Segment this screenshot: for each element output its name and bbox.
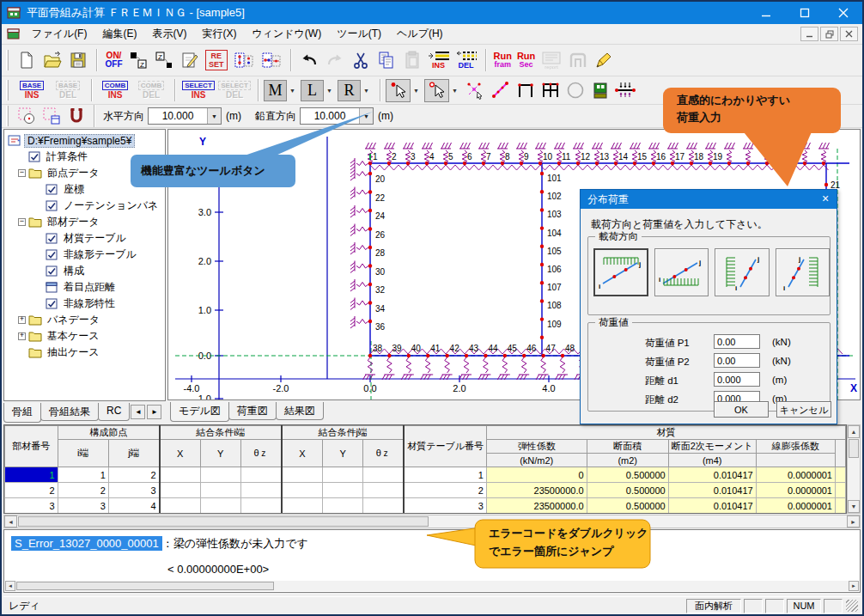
mdi-restore-button[interactable]	[820, 27, 838, 41]
tree-item-7[interactable]: 非線形テーブル	[4, 247, 165, 263]
vertical-scroll-thumb[interactable]	[849, 439, 859, 458]
load-p1-field-input[interactable]	[714, 334, 760, 349]
edit-data-button[interactable]	[177, 49, 203, 71]
spring-onoff-button[interactable]: ON/OFF	[102, 51, 125, 70]
menu-item-3[interactable]: 実行(X)	[194, 24, 244, 44]
canvas-tab-1[interactable]: 荷重図	[228, 402, 277, 420]
cell-member-no[interactable]: 2	[5, 483, 58, 498]
table-vertical-scrollbar[interactable]: ▲ ▼	[847, 424, 861, 514]
tree-item-9[interactable]: 着目点距離	[4, 279, 165, 296]
tree-item-8[interactable]: 構成	[4, 263, 165, 279]
portal-frame-tool-button[interactable]	[513, 79, 538, 102]
scroll-right-button[interactable]: ►	[847, 515, 860, 528]
cut-button[interactable]	[348, 49, 374, 71]
col-group-material[interactable]: 材質	[486, 426, 845, 440]
cell-member-no[interactable]: 4	[5, 514, 58, 515]
col-i-end[interactable]: i端	[58, 440, 108, 467]
copy-button[interactable]	[374, 49, 399, 71]
error-scroll-right-button[interactable]: ►	[849, 581, 859, 591]
scroll-up-button[interactable]: ▲	[848, 425, 860, 438]
base-insert-button[interactable]: BASEINS	[14, 77, 50, 103]
cell-member-no[interactable]: 1	[5, 467, 58, 483]
tree-expander-icon[interactable]: +	[18, 332, 26, 340]
col-x-j[interactable]: X	[282, 440, 322, 467]
scroll-down-button[interactable]: ▼	[848, 500, 860, 513]
insert-line-button[interactable]: INS	[425, 50, 453, 70]
col-group-join-j[interactable]: 結合条件j端	[282, 426, 404, 440]
mdi-minimize-button[interactable]	[800, 27, 818, 41]
comb-insert-button[interactable]: COMBINS	[97, 77, 133, 103]
grid-frame-tool-button[interactable]	[538, 79, 563, 102]
tree-item-6[interactable]: 材質テーブル	[4, 230, 165, 247]
dialog-close-button[interactable]: ×	[818, 192, 833, 206]
col-group-nodes[interactable]: 構成節点	[58, 426, 160, 440]
minimize-button[interactable]	[746, 2, 785, 24]
col-group-join-i[interactable]: 結合条件i端	[160, 426, 282, 440]
run-frame-button[interactable]: Runfram	[491, 51, 514, 70]
canvas-tab-2[interactable]: 結果図	[276, 402, 324, 420]
table-row[interactable]: 2 23 2 23500000.00.500000 0.0104170.0000…	[5, 483, 846, 498]
col-theta-i[interactable]: θｚ	[240, 440, 282, 467]
sidebar-tab-2[interactable]: RC	[98, 403, 130, 421]
node-number-button[interactable]: Z	[125, 49, 151, 71]
select-member-tool-button-dropdown[interactable]: ▼	[449, 80, 460, 101]
col-theta-j[interactable]: θｚ	[363, 440, 405, 467]
moment-load-button-dropdown[interactable]: ▼	[287, 80, 298, 101]
load-p2-field-input[interactable]	[714, 353, 760, 368]
tree-item-12[interactable]: +基本ケース	[4, 328, 165, 345]
tab-scroll-left-button[interactable]: ◄	[131, 405, 145, 419]
col-section-area[interactable]: 断面積	[587, 440, 668, 454]
canvas-tab-0[interactable]: モデル図	[170, 402, 229, 422]
load-tool-button[interactable]	[612, 79, 637, 102]
col-thermal-coeff[interactable]: 線膨張係数	[756, 440, 835, 454]
scroll-left-button[interactable]: ◄	[4, 515, 17, 528]
tree-item-4[interactable]: ノーテンションバネ	[4, 198, 165, 214]
tree-item-13[interactable]: 抽出ケース	[4, 345, 165, 361]
menu-item-5[interactable]: ツール(T)	[329, 24, 389, 44]
tree-expander-icon[interactable]: +	[18, 316, 26, 324]
delete-line-button[interactable]: DEL	[453, 50, 480, 70]
support-tool-button[interactable]	[587, 79, 612, 102]
table-row[interactable]: 4 45 4 23500000.00.500000 0.0104170.0000…	[5, 514, 846, 515]
menu-item-4[interactable]: ウィンドウ(W)	[244, 24, 329, 44]
sidebar-tab-0[interactable]: 骨組	[3, 403, 41, 423]
zoom-window-button[interactable]	[39, 105, 64, 128]
select-node-tool-button[interactable]	[386, 79, 411, 102]
maximize-button[interactable]	[785, 2, 824, 24]
renumber-member-button[interactable]	[258, 49, 285, 71]
col-member-no[interactable]: 部材番号	[5, 426, 58, 467]
moment-load-button[interactable]: M	[264, 80, 287, 101]
new-file-button[interactable]	[14, 49, 40, 71]
tree-item-10[interactable]: 非線形特性	[4, 296, 165, 312]
table-row[interactable]: 3 34 3 23500000.00.500000 0.0104170.0000…	[5, 498, 846, 514]
col-material-no[interactable]: 材質テーブル番号	[404, 426, 486, 467]
select-member-tool-button[interactable]	[424, 79, 449, 102]
memo-button[interactable]	[591, 49, 617, 71]
add-node-tool-button[interactable]	[463, 79, 488, 102]
tree-item-5[interactable]: −部材データ	[4, 214, 165, 230]
col-moment-inertia[interactable]: 断面2次モーメント	[668, 440, 756, 454]
tab-scroll-right-button[interactable]: ►	[147, 405, 161, 419]
zoom-region-button[interactable]	[14, 105, 39, 128]
dialog-title-bar[interactable]: 分布荷重 ×	[581, 190, 837, 209]
ok-button[interactable]: OK	[714, 401, 769, 418]
error-scroll-thumb[interactable]	[16, 582, 274, 590]
error-code[interactable]: S_Error_13027_0000_00001	[11, 536, 162, 551]
load-direction-top-option[interactable]: ij	[593, 248, 648, 296]
magnet-button[interactable]	[64, 105, 88, 128]
error-panel-scrollbar[interactable]: ◄ ►	[5, 581, 859, 591]
sidebar-tab-1[interactable]: 骨組結果	[40, 403, 99, 421]
select-node-tool-button-dropdown[interactable]: ▼	[411, 80, 422, 101]
close-button[interactable]	[824, 2, 862, 24]
r-load-button[interactable]: R	[338, 80, 361, 101]
line-load-button[interactable]: L	[301, 80, 324, 101]
load-direction-left-option[interactable]: ij	[715, 248, 770, 296]
col-y-i[interactable]: Y	[200, 440, 240, 467]
error-scroll-left-button[interactable]: ◄	[5, 581, 15, 591]
save-file-button[interactable]	[65, 49, 91, 71]
mdi-close-button[interactable]	[840, 27, 858, 41]
undo-button[interactable]	[296, 49, 322, 71]
col-y-j[interactable]: Y	[322, 440, 362, 467]
add-member-tool-button[interactable]	[488, 79, 513, 102]
resize-grip[interactable]	[846, 600, 858, 612]
